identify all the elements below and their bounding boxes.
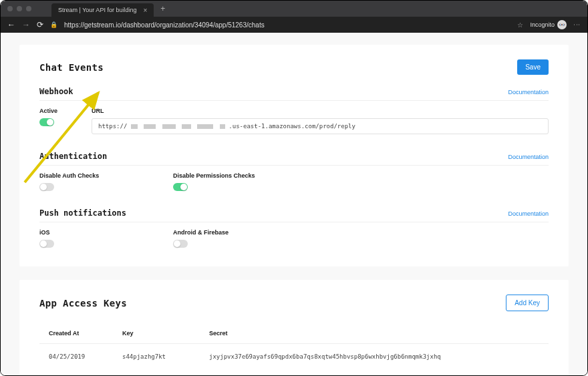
authentication-section: Authentication Documentation Disable Aut… xyxy=(39,152,549,191)
active-label: Active xyxy=(39,108,71,114)
browser-tab[interactable]: Stream | Your API for building × xyxy=(51,3,154,17)
window-title-bar: Stream | Your API for building × + xyxy=(1,1,587,17)
incognito-indicator: Incognito 👓 xyxy=(530,20,567,29)
url-text[interactable]: https://getstream.io/dashboard/organizat… xyxy=(64,21,510,29)
auth-doc-link[interactable]: Documentation xyxy=(508,154,549,160)
keys-table-header: Created At Key Secret xyxy=(39,323,549,344)
cell-key: s44pjazhg7kt xyxy=(122,353,209,360)
page-content: Chat Events Save Webhook Documentation A… xyxy=(1,33,587,375)
disable-perm-label: Disable Permissions Checks xyxy=(173,172,307,179)
ios-toggle[interactable] xyxy=(39,240,54,248)
disable-auth-toggle[interactable] xyxy=(39,183,54,191)
save-button[interactable]: Save xyxy=(517,59,549,75)
add-key-button[interactable]: Add Key xyxy=(506,295,549,311)
push-section: Push notifications Documentation iOS And… xyxy=(39,208,549,248)
menu-icon[interactable]: ⋮ xyxy=(573,21,581,28)
new-tab-button[interactable]: + xyxy=(160,4,165,13)
chat-events-title: Chat Events xyxy=(39,62,104,73)
tab-title: Stream | Your API for building xyxy=(58,7,136,13)
webhook-doc-link[interactable]: Documentation xyxy=(508,89,549,96)
app-keys-title: App Access Keys xyxy=(39,298,127,309)
reload-button[interactable]: ⟳ xyxy=(37,20,43,29)
push-title: Push notifications xyxy=(39,208,126,218)
cell-created: 04/25/2019 xyxy=(49,353,122,360)
forward-button[interactable]: → xyxy=(22,20,30,29)
push-doc-link[interactable]: Documentation xyxy=(508,210,549,217)
col-key: Key xyxy=(122,330,209,337)
android-label: Android & Firebase xyxy=(173,229,307,236)
webhook-active-toggle[interactable] xyxy=(39,118,54,126)
close-window[interactable] xyxy=(7,6,13,11)
bookmark-icon[interactable]: ☆ xyxy=(517,21,523,29)
disable-perm-toggle[interactable] xyxy=(173,183,188,191)
ios-label: iOS xyxy=(39,229,173,236)
address-bar: ← → ⟳ 🔒 https://getstream.io/dashboard/o… xyxy=(1,17,587,33)
cell-secret: jxyjpvx37e69ayafs69qpdx6ba7qs8xqtw45hbvs… xyxy=(209,353,539,360)
col-created: Created At xyxy=(49,330,122,337)
webhook-section: Webhook Documentation Active URL https:/… xyxy=(39,87,549,134)
lock-icon: 🔒 xyxy=(50,21,57,28)
android-toggle[interactable] xyxy=(173,240,188,248)
minimize-window[interactable] xyxy=(17,6,22,11)
maximize-window[interactable] xyxy=(26,6,31,11)
back-button[interactable]: ← xyxy=(7,20,15,29)
close-tab-icon[interactable]: × xyxy=(143,7,147,14)
traffic-lights xyxy=(7,6,31,11)
table-row[interactable]: 04/25/2019 s44pjazhg7kt jxyjpvx37e69ayaf… xyxy=(39,344,549,365)
app-keys-card: App Access Keys Add Key Created At Key S… xyxy=(19,280,569,375)
url-label: URL xyxy=(92,108,549,114)
incognito-icon: 👓 xyxy=(557,20,567,29)
disable-auth-label: Disable Auth Checks xyxy=(39,172,173,179)
webhook-title: Webhook xyxy=(39,87,74,96)
chat-events-card: Chat Events Save Webhook Documentation A… xyxy=(19,45,569,266)
webhook-url-input[interactable]: https:// .us-east-1.amazonaws.com/prod/r… xyxy=(92,118,549,134)
col-secret: Secret xyxy=(209,330,539,337)
auth-title: Authentication xyxy=(39,152,107,161)
